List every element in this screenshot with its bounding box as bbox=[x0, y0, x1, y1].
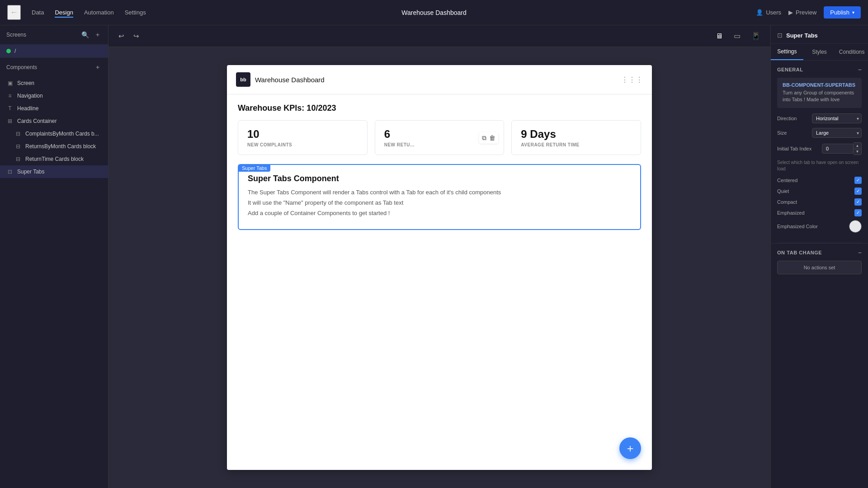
super-tabs-badge: Super Tabs bbox=[238, 164, 270, 172]
emphasized-color-label: Emphasized Color bbox=[777, 224, 818, 229]
component-info-box: BB-COMPONENT-SUPERTABS Turn any Group of… bbox=[777, 78, 862, 108]
app-title-header: Warehouse Dashboard bbox=[401, 9, 466, 16]
tab-conditions[interactable]: Conditions bbox=[835, 44, 868, 60]
component-label: Cards Container bbox=[17, 118, 57, 124]
nav-automation[interactable]: Automation bbox=[84, 7, 114, 18]
app-preview-title: Warehouse Dashboard bbox=[255, 76, 325, 84]
component-returntime-cards[interactable]: ⊟ ReturnTime Cards block bbox=[0, 153, 108, 165]
initial-tab-label: Initial Tab Index bbox=[777, 146, 811, 151]
initial-tab-input-wrap: ▲ ▼ bbox=[822, 142, 862, 155]
component-label: Super Tabs bbox=[17, 169, 45, 175]
users-button[interactable]: 👤 Users bbox=[756, 9, 781, 16]
centered-label: Centered bbox=[777, 178, 797, 183]
redo-button[interactable]: ↪ bbox=[131, 30, 142, 42]
search-icon[interactable]: 🔍 bbox=[80, 30, 90, 40]
panel-tabs: Settings Styles Conditions bbox=[771, 44, 868, 61]
preview-icon: ▶ bbox=[788, 9, 793, 16]
screen-comp-icon: ▣ bbox=[6, 80, 14, 86]
screens-icons: 🔍 ＋ bbox=[80, 30, 102, 40]
returns-icon: ⊟ bbox=[14, 143, 22, 150]
screen-item-root[interactable]: / bbox=[0, 45, 108, 57]
super-tabs-container[interactable]: Super Tabs Super Tabs Component The Supe… bbox=[238, 164, 641, 230]
emphasized-row: Emphasized bbox=[777, 209, 862, 216]
centered-checkbox[interactable] bbox=[854, 177, 862, 184]
general-label: GENERAL bbox=[777, 67, 803, 72]
quiet-label: Quiet bbox=[777, 188, 789, 194]
size-select[interactable]: Large bbox=[812, 128, 862, 138]
add-screen-icon[interactable]: ＋ bbox=[94, 30, 102, 40]
chevron-down-icon: ▾ bbox=[852, 10, 854, 15]
kpi-label-returns: NEW RETU... bbox=[384, 142, 495, 147]
component-label: Headline bbox=[17, 105, 38, 112]
desktop-view-button[interactable]: 🖥 bbox=[713, 30, 726, 42]
general-section: GENERAL − BB-COMPONENT-SUPERTABS Turn an… bbox=[771, 61, 868, 243]
add-component-icon[interactable]: ＋ bbox=[94, 62, 102, 72]
collapse-general-button[interactable]: − bbox=[858, 66, 862, 73]
initial-tab-input[interactable] bbox=[822, 144, 854, 154]
delete-card-button[interactable]: 🗑 bbox=[489, 134, 495, 141]
component-label: ReturnTime Cards block bbox=[25, 156, 84, 162]
direction-select[interactable]: Horizontal bbox=[812, 113, 862, 123]
spin-down-button[interactable]: ▼ bbox=[854, 149, 862, 155]
emphasized-color-row: Emphasized Color bbox=[777, 220, 862, 233]
no-actions-button[interactable]: No actions set bbox=[777, 261, 862, 274]
main-layout: Screens 🔍 ＋ / Components ＋ ▣ Screen ≡ bbox=[0, 25, 868, 488]
size-row: Size Large bbox=[777, 128, 862, 138]
nav-settings[interactable]: Settings bbox=[125, 7, 146, 18]
component-super-tabs[interactable]: ⊡ Super Tabs bbox=[0, 165, 108, 178]
copy-card-button[interactable]: ⧉ bbox=[482, 134, 486, 141]
super-tabs-desc2: It will use the "Name" property of the c… bbox=[248, 199, 631, 206]
app-header: bb Warehouse Dashboard ⋮⋮⋮ bbox=[227, 65, 652, 94]
mobile-view-button[interactable]: 📱 bbox=[749, 30, 763, 42]
headline-comp-icon: T bbox=[6, 105, 14, 112]
tab-styles[interactable]: Styles bbox=[803, 44, 836, 60]
add-component-fab[interactable]: ＋ bbox=[619, 437, 641, 459]
tablet-view-button[interactable]: ▭ bbox=[731, 30, 743, 42]
centered-row: Centered bbox=[777, 177, 862, 184]
on-tab-change-label: ON TAB CHANGE bbox=[777, 250, 822, 255]
view-controls: 🖥 ▭ 📱 bbox=[713, 30, 763, 42]
component-cards-container[interactable]: ⊞ Cards Container bbox=[0, 115, 108, 127]
nav-data[interactable]: Data bbox=[32, 7, 44, 18]
nav-design[interactable]: Design bbox=[55, 7, 73, 18]
kpi-title: Warehouse KPIs: 10/2023 bbox=[238, 103, 641, 113]
emphasized-checkbox[interactable] bbox=[854, 209, 862, 216]
component-headline[interactable]: T Headline bbox=[0, 102, 108, 115]
app-preview: bb Warehouse Dashboard ⋮⋮⋮ Warehouse KPI… bbox=[227, 65, 652, 470]
tab-index-hint: Select which tab to have open on screen … bbox=[777, 160, 862, 172]
kpi-label-complaints: NEW COMPLAINTS bbox=[247, 142, 358, 147]
emphasized-label: Emphasized bbox=[777, 210, 805, 216]
on-tab-change-header: ON TAB CHANGE − bbox=[777, 249, 862, 256]
component-complaints-cards[interactable]: ⊟ ComplaintsByMonth Cards b... bbox=[0, 127, 108, 140]
on-tab-change-section: ON TAB CHANGE − No actions set bbox=[771, 243, 868, 280]
emphasized-color-swatch[interactable] bbox=[849, 220, 862, 233]
direction-select-wrap: Horizontal bbox=[812, 113, 862, 123]
component-screen[interactable]: ▣ Screen bbox=[0, 77, 108, 89]
more-options-icon[interactable]: ⋮⋮⋮ bbox=[621, 75, 643, 84]
kpi-value-returns: 6 bbox=[384, 128, 495, 141]
component-returns-cards[interactable]: ⊟ ReturnsByMonth Cards block bbox=[0, 140, 108, 153]
returntime-icon: ⊟ bbox=[14, 156, 22, 162]
undo-button[interactable]: ↩ bbox=[116, 30, 127, 42]
compact-checkbox[interactable] bbox=[854, 198, 862, 206]
collapse-on-tab-change-button[interactable]: − bbox=[858, 249, 862, 256]
preview-button[interactable]: ▶ Preview bbox=[788, 9, 816, 16]
super-tabs-heading: Super Tabs Component bbox=[248, 174, 631, 183]
components-title: Components bbox=[6, 64, 37, 70]
initial-tab-row: Initial Tab Index ▲ ▼ bbox=[777, 142, 862, 155]
component-navigation[interactable]: ≡ Navigation bbox=[0, 89, 108, 102]
publish-button[interactable]: Publish ▾ bbox=[824, 6, 861, 19]
quiet-checkbox[interactable] bbox=[854, 188, 862, 195]
tab-settings[interactable]: Settings bbox=[771, 44, 803, 60]
panel-comp-icon: ⊡ bbox=[777, 32, 783, 39]
screen-active-dot bbox=[6, 49, 11, 53]
kpi-value-complaints: 10 bbox=[247, 128, 358, 141]
screens-title: Screens bbox=[6, 32, 26, 38]
toolbar-left: ↩ ↪ bbox=[116, 30, 142, 42]
spin-up-button[interactable]: ▲ bbox=[854, 142, 862, 149]
back-button[interactable]: ← bbox=[7, 5, 21, 20]
quiet-row: Quiet bbox=[777, 188, 862, 195]
size-label: Size bbox=[777, 130, 787, 136]
app-logo: bb bbox=[236, 72, 250, 87]
component-info-name: BB-COMPONENT-SUPERTABS bbox=[783, 82, 856, 88]
